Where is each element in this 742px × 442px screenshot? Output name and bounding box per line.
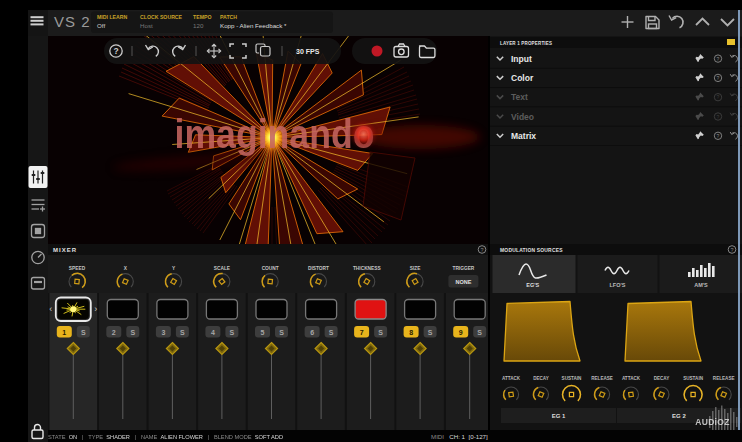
- svg-text:AUDiOZ: AUDiOZ: [695, 417, 729, 427]
- svg-text:LAYER 1 PROPERTIES: LAYER 1 PROPERTIES: [500, 39, 552, 46]
- svg-text:S: S: [130, 329, 135, 336]
- svg-text:THICKNESS: THICKNESS: [353, 266, 382, 271]
- svg-text:5: 5: [261, 329, 265, 336]
- svg-text:SUSTAIN: SUSTAIN: [683, 376, 704, 381]
- svg-text:S: S: [428, 329, 433, 336]
- svg-text:MIXER: MIXER: [53, 247, 77, 253]
- svg-text:CLOCK SOURCE: CLOCK SOURCE: [140, 14, 183, 20]
- svg-text:Y: Y: [172, 266, 176, 271]
- svg-text:S: S: [279, 329, 284, 336]
- svg-text:S: S: [329, 329, 334, 336]
- svg-text:LFO'S: LFO'S: [610, 282, 626, 288]
- svg-text:Kopp - Alien Feedback *: Kopp - Alien Feedback *: [220, 22, 287, 29]
- svg-text:Input: Input: [511, 54, 532, 64]
- svg-text:SUSTAIN: SUSTAIN: [562, 376, 583, 381]
- svg-text:TRIGGER: TRIGGER: [452, 266, 474, 271]
- svg-text:SIZE: SIZE: [410, 266, 421, 271]
- svg-text:?: ?: [717, 56, 720, 62]
- svg-text:?: ?: [730, 247, 733, 253]
- svg-text:DECAY: DECAY: [654, 376, 670, 381]
- svg-text:‹: ‹: [49, 304, 52, 314]
- svg-text:6: 6: [310, 329, 314, 336]
- svg-text:DECAY: DECAY: [533, 376, 549, 381]
- svg-text:COUNT: COUNT: [262, 266, 279, 271]
- svg-text:1: 1: [62, 329, 66, 336]
- svg-text:RELEASE: RELEASE: [591, 376, 613, 381]
- svg-text:Text: Text: [511, 92, 528, 102]
- svg-text:MIDI LEARN: MIDI LEARN: [97, 14, 128, 20]
- svg-text:EG 2: EG 2: [672, 413, 686, 419]
- svg-text:DISTORT: DISTORT: [308, 266, 329, 271]
- svg-text:?: ?: [717, 114, 720, 120]
- svg-text:120: 120: [193, 22, 204, 29]
- svg-text:3: 3: [161, 329, 165, 336]
- svg-text:ATTACK: ATTACK: [502, 376, 521, 381]
- svg-text:?: ?: [717, 133, 720, 139]
- svg-text:TEMPO: TEMPO: [193, 14, 211, 20]
- svg-text:?: ?: [113, 46, 118, 56]
- svg-text:SCALE: SCALE: [214, 266, 231, 271]
- svg-text:SPEED: SPEED: [69, 266, 86, 271]
- svg-text:RELEASE: RELEASE: [713, 376, 735, 381]
- svg-text:S: S: [180, 329, 185, 336]
- svg-text:X: X: [124, 266, 128, 271]
- svg-text:Video: Video: [511, 112, 534, 122]
- svg-text:4: 4: [211, 329, 215, 336]
- svg-text:S: S: [230, 329, 235, 336]
- svg-text:ATTACK: ATTACK: [622, 376, 641, 381]
- svg-text:2: 2: [112, 329, 116, 336]
- svg-text:Host: Host: [140, 22, 153, 29]
- svg-text:Matrix: Matrix: [511, 131, 536, 141]
- svg-text:NONE: NONE: [455, 279, 471, 285]
- svg-text:Off: Off: [97, 22, 105, 29]
- svg-text:?: ?: [480, 247, 483, 253]
- svg-text:S: S: [378, 329, 383, 336]
- svg-text:?: ?: [717, 75, 720, 81]
- svg-text:›: ›: [94, 304, 97, 314]
- svg-text:S: S: [477, 329, 482, 336]
- svg-text:7: 7: [360, 329, 364, 336]
- svg-text:EG'S: EG'S: [526, 282, 539, 288]
- svg-text:EG 1: EG 1: [552, 413, 566, 419]
- svg-text:S: S: [81, 329, 86, 336]
- svg-text:Color: Color: [511, 73, 534, 83]
- svg-text:VS 2: VS 2: [54, 13, 91, 30]
- svg-text:30 FPS: 30 FPS: [296, 48, 320, 55]
- svg-text:PATCH: PATCH: [220, 14, 237, 20]
- svg-text:?: ?: [717, 94, 720, 100]
- svg-text:AM'S: AM'S: [694, 282, 708, 288]
- svg-text:9: 9: [459, 329, 463, 336]
- svg-text:imaginando: imaginando: [175, 112, 375, 156]
- svg-text:MODULATION SOURCES: MODULATION SOURCES: [500, 246, 563, 252]
- svg-text:8: 8: [409, 329, 413, 336]
